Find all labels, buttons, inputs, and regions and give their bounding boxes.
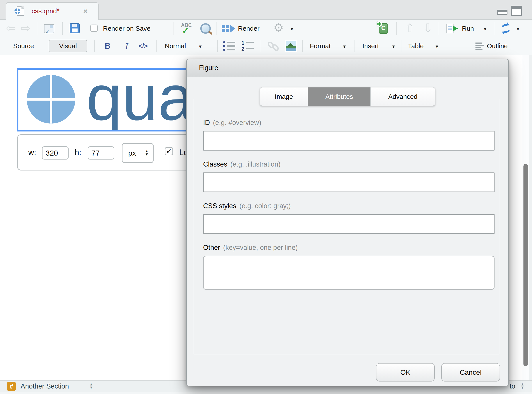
width-label: w:	[28, 135, 36, 170]
run-previous-chunks-icon[interactable]: ⇧	[405, 19, 415, 37]
classes-label: Classes(e.g. .illustration)	[203, 161, 280, 168]
scrollbar-thumb[interactable]	[523, 164, 528, 366]
bullet-list-icon[interactable]	[223, 41, 235, 51]
window-bottom-edge	[0, 392, 532, 394]
tab-close-icon[interactable]: ×	[83, 3, 88, 19]
insert-caret-icon[interactable]: ▾	[392, 38, 395, 55]
separator	[216, 22, 217, 35]
scrollbar-gutter	[529, 55, 532, 380]
separator	[174, 22, 174, 35]
other-input[interactable]	[203, 256, 495, 290]
render-options-caret-icon[interactable]: ▾	[290, 20, 293, 38]
visual-mode-button[interactable]: Visual	[49, 40, 87, 52]
save-icon[interactable]	[70, 23, 80, 33]
image-icon	[286, 41, 296, 51]
run-button[interactable]: Run	[462, 20, 474, 37]
quarto-logo-text: qua	[86, 68, 194, 131]
insert-chunk-icon[interactable]: C	[379, 23, 388, 34]
outline-icon[interactable]	[475, 42, 484, 50]
back-icon[interactable]: ⇦	[6, 19, 16, 37]
check-icon: ✓	[166, 146, 172, 156]
width-input[interactable]	[42, 146, 69, 160]
maximize-pane-icon[interactable]	[511, 6, 522, 16]
cancel-button[interactable]: Cancel	[441, 363, 500, 382]
link-icon[interactable]	[268, 41, 280, 51]
dialog-title: Figure	[199, 59, 218, 77]
separator	[401, 40, 401, 52]
separator	[62, 22, 63, 35]
height-label: h:	[75, 135, 81, 170]
code-button[interactable]: </>	[139, 37, 148, 55]
classes-input[interactable]	[203, 172, 495, 192]
table-caret-icon[interactable]: ▾	[436, 38, 438, 55]
separator	[156, 40, 157, 52]
run-options-caret-icon[interactable]: ▾	[484, 20, 486, 38]
quarto-file-icon	[17, 6, 24, 16]
other-label: Other(key=value, one per line)	[203, 244, 298, 252]
figure-dialog: Figure Image Attributes Advanced ID(e.g.…	[186, 59, 509, 386]
run-arrow-icon[interactable]	[453, 26, 458, 31]
render-icon[interactable]	[222, 25, 235, 32]
section-navigator[interactable]: Another Section	[21, 381, 69, 392]
format-toolbar: Source Visual B I </> Normal ▾ 1 2 Forma…	[0, 37, 532, 55]
search-icon[interactable]	[200, 23, 211, 34]
rerun-options-caret-icon[interactable]: ▾	[517, 20, 519, 38]
run-next-chunk-icon[interactable]: ⇩	[423, 19, 433, 37]
css-styles-input[interactable]	[203, 214, 495, 234]
ok-button[interactable]: OK	[376, 363, 435, 382]
numbered-list-icon[interactable]: 1 2	[242, 40, 254, 52]
height-input[interactable]	[88, 146, 114, 160]
paragraph-style-caret-icon[interactable]: ▾	[199, 38, 201, 55]
separator	[396, 22, 397, 35]
source-mode-button[interactable]: Source	[13, 37, 34, 55]
minimize-pane-icon[interactable]	[497, 10, 507, 15]
separator	[302, 40, 303, 52]
rerun-icon[interactable]	[500, 23, 511, 34]
dialog-tabs: Image Attributes Advanced	[260, 87, 435, 106]
separator	[439, 22, 439, 35]
open-in-new-window-icon[interactable]: ↙	[44, 24, 54, 33]
tab-advanced[interactable]: Advanced	[370, 88, 435, 106]
id-input[interactable]	[203, 131, 495, 150]
bold-button[interactable]: B	[105, 37, 110, 55]
outline-button[interactable]: Outline	[487, 37, 508, 55]
quarto-logo-icon	[15, 8, 20, 14]
popout-arrow-icon: ↙	[45, 28, 50, 34]
italic-button[interactable]: I	[125, 37, 128, 55]
paragraph-style-dropdown[interactable]: Normal	[165, 37, 186, 55]
image-button[interactable]	[285, 40, 297, 52]
forward-icon[interactable]: ⇨	[21, 19, 31, 37]
section-hash-icon: #	[7, 382, 16, 391]
format-selector-fragment[interactable]: to	[510, 381, 515, 392]
render-on-save-label[interactable]: Render on Save	[103, 20, 150, 37]
main-toolbar: ⇦ ⇨ ↙ Render on Save ABC ✓ Render ⚙ ▾ C …	[0, 20, 532, 37]
separator	[494, 22, 494, 35]
table-menu[interactable]: Table	[408, 37, 424, 55]
section-stepper-icon[interactable]: ▲▼	[89, 383, 93, 389]
render-on-save-checkbox[interactable]	[90, 25, 98, 32]
separator	[260, 40, 260, 52]
units-value: px	[128, 144, 136, 162]
tab-image[interactable]: Image	[260, 88, 308, 106]
separator	[94, 40, 95, 52]
separator	[217, 40, 218, 52]
tab-attributes[interactable]: Attributes	[308, 88, 370, 106]
rstudio-window: css.qmd* × ⇦ ⇨ ↙ Render on Save ABC ✓ Re…	[0, 0, 532, 394]
separator	[355, 40, 355, 52]
plus-icon	[377, 21, 382, 27]
spellcheck-icon[interactable]: ABC ✓	[180, 22, 196, 35]
format-caret-icon[interactable]: ▾	[343, 38, 346, 55]
format-selector-stepper-icon[interactable]: ▲▼	[521, 383, 524, 389]
lock-ratio-checkbox[interactable]: ✓	[165, 147, 173, 155]
id-label: ID(e.g. #overview)	[203, 119, 261, 127]
render-button[interactable]: Render	[238, 20, 259, 37]
format-menu[interactable]: Format	[310, 37, 331, 55]
dialog-header[interactable]: Figure	[187, 59, 508, 77]
run-icon[interactable]	[446, 24, 454, 33]
gear-icon[interactable]: ⚙	[274, 19, 284, 36]
editor-tab-cssqmd[interactable]: css.qmd* ×	[6, 2, 98, 20]
insert-menu[interactable]: Insert	[362, 37, 379, 55]
separator	[37, 22, 37, 35]
units-select[interactable]: px ▲▼	[122, 143, 154, 163]
units-stepper-icon: ▲▼	[145, 150, 149, 156]
